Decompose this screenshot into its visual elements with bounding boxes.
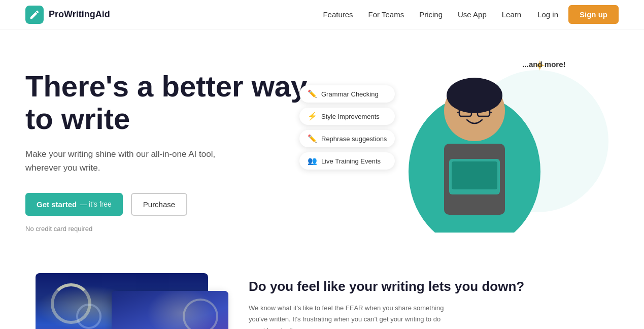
section2-body: We know what it's like to feel the FEAR …: [249, 303, 619, 329]
nav-learn[interactable]: Learn: [502, 10, 521, 19]
no-card-text: No credit card required: [25, 225, 310, 233]
login-button[interactable]: Log in: [531, 6, 564, 23]
nav-use-app[interactable]: Use App: [458, 10, 487, 19]
badge-training: 👥 Live Training Events: [299, 152, 395, 170]
badge-style-label: Style Improvements: [321, 113, 380, 120]
more-label: ...and more!: [522, 60, 565, 69]
badge-rephrase-label: Rephrase suggestions: [321, 135, 387, 143]
pen-icon: [29, 9, 40, 20]
badge-grammar-label: Grammar Checking: [321, 90, 379, 98]
badge-rephrase: ✏️ Rephrase suggestions: [299, 130, 395, 147]
navbar: ProWritingAid Features For Teams Pricing…: [0, 0, 644, 29]
hero-cta: Get started — it's free Purchase: [25, 193, 310, 216]
section2: My idea in my head Do you feel like your…: [0, 263, 644, 329]
hero-subtitle: Make your writing shine with our all-in-…: [25, 147, 218, 175]
image-stack: My idea in my head: [25, 273, 198, 329]
section2-title: Do you feel like your writing lets you d…: [249, 278, 619, 295]
svg-point-10: [447, 78, 502, 113]
style-icon: ⚡: [308, 112, 317, 121]
hero-title: There's a better way to write: [25, 70, 310, 135]
logo-link[interactable]: ProWritingAid: [25, 6, 110, 24]
hero-content: There's a better way to write Make your …: [25, 60, 310, 233]
logo-text: ProWritingAid: [49, 9, 110, 20]
nav-features[interactable]: Features: [323, 10, 353, 19]
feature-badges: ✏️ Grammar Checking ⚡ Style Improvements…: [299, 85, 395, 170]
grammar-icon: ✏️: [308, 89, 317, 98]
training-icon: 👥: [308, 156, 317, 166]
signup-button[interactable]: Sign up: [568, 5, 619, 24]
rephrase-icon: ✏️: [308, 134, 317, 143]
section2-content: Do you feel like your writing lets you d…: [249, 273, 619, 329]
hero-image-area: ✏️ Grammar Checking ⚡ Style Improvements…: [330, 60, 619, 243]
person-illustration: [398, 60, 551, 233]
nav-pricing[interactable]: Pricing: [419, 10, 443, 19]
hero-section: There's a better way to write Make your …: [0, 29, 644, 263]
nav-links: Features For Teams Pricing Use App Learn: [323, 10, 521, 19]
get-started-button[interactable]: Get started — it's free: [25, 193, 123, 216]
logo-icon: [25, 6, 44, 24]
section2-image: My idea in my head: [25, 273, 218, 329]
purchase-button[interactable]: Purchase: [131, 193, 187, 216]
svg-rect-9: [452, 161, 497, 189]
badge-style: ⚡ Style Improvements: [299, 108, 395, 125]
free-tag: — it's free: [80, 200, 112, 208]
get-started-label: Get started: [37, 200, 77, 209]
badge-grammar: ✏️ Grammar Checking: [299, 85, 395, 103]
badge-training-label: Live Training Events: [321, 157, 381, 165]
nav-for-teams[interactable]: For Teams: [368, 10, 404, 19]
hero-person: ✦ ...and more!: [398, 60, 551, 233]
starry-night-front: [112, 291, 228, 329]
